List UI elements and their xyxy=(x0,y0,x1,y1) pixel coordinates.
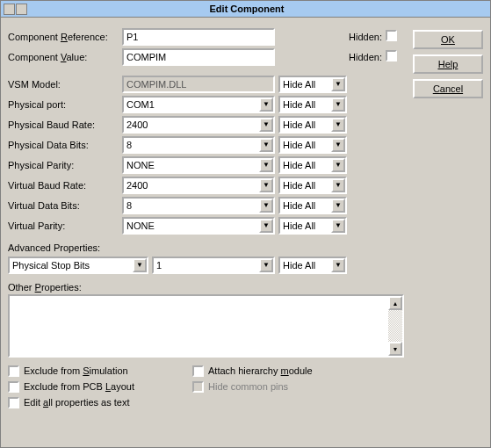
label-physical-baud: Physical Baud Rate: xyxy=(8,119,122,130)
label-exclude-pcb: Exclude from PCB Layout xyxy=(24,381,134,392)
chevron-down-icon: ▼ xyxy=(331,98,345,112)
chevron-down-icon: ▼ xyxy=(259,178,273,192)
virtual-parity-visibility-combo[interactable]: Hide All ▼ xyxy=(278,217,347,235)
component-value-input[interactable] xyxy=(122,48,275,66)
label-component-value: Component Value: xyxy=(8,52,122,62)
virtual-baud-visibility-combo[interactable]: Hide All ▼ xyxy=(278,177,347,194)
advanced-property-name-combo[interactable]: Physical Stop Bits ▼ xyxy=(8,257,148,274)
label-physical-parity: Physical Parity: xyxy=(8,160,122,170)
label-virtual-baud: Virtual Baud Rate: xyxy=(8,180,122,191)
label-physical-data-bits: Physical Data Bits: xyxy=(8,140,122,150)
chevron-down-icon: ▼ xyxy=(259,219,273,233)
exclude-pcb-checkbox[interactable] xyxy=(8,381,19,393)
chevron-down-icon: ▼ xyxy=(331,219,345,233)
label-component-reference: Component Reference: xyxy=(8,32,122,42)
component-reference-input[interactable] xyxy=(122,28,275,46)
label-advanced-properties: Advanced Properties: xyxy=(8,242,404,253)
virtual-parity-combo[interactable]: NONE ▼ xyxy=(122,217,275,235)
chevron-down-icon: ▼ xyxy=(133,258,147,272)
attach-hierarchy-checkbox[interactable] xyxy=(192,365,204,377)
chevron-down-icon: ▼ xyxy=(259,138,273,152)
scrollbar[interactable]: ▲ ▼ xyxy=(388,296,402,356)
label-exclude-simulation: Exclude from Simulation xyxy=(24,365,128,376)
label-vsm-model: VSM Model: xyxy=(8,79,122,90)
physical-parity-visibility-combo[interactable]: Hide All ▼ xyxy=(278,156,347,174)
virtual-data-bits-visibility-combo[interactable]: Hide All ▼ xyxy=(278,197,347,214)
titlebar: Edit Component xyxy=(1,1,490,18)
label-virtual-data-bits: Virtual Data Bits: xyxy=(8,200,122,211)
vsm-model-input xyxy=(122,76,275,93)
chevron-down-icon: ▼ xyxy=(259,258,273,272)
label-other-properties: Other Properties: xyxy=(8,282,404,293)
label-hidden-2: Hidden: xyxy=(347,52,386,62)
chevron-down-icon: ▼ xyxy=(331,138,345,152)
ok-button[interactable]: OK xyxy=(413,30,483,49)
chevron-down-icon: ▼ xyxy=(259,118,273,132)
physical-data-bits-combo[interactable]: 8 ▼ xyxy=(122,136,275,154)
chevron-down-icon: ▼ xyxy=(331,158,345,172)
other-properties-textarea[interactable]: ▲ ▼ xyxy=(8,294,404,358)
label-virtual-parity: Virtual Parity: xyxy=(8,220,122,231)
chevron-down-icon: ▼ xyxy=(331,178,345,192)
scroll-up-icon[interactable]: ▲ xyxy=(388,296,402,310)
hidden-checkbox-val[interactable] xyxy=(386,50,397,61)
physical-baud-combo[interactable]: 2400 ▼ xyxy=(122,116,275,134)
cancel-button[interactable]: Cancel xyxy=(413,79,483,98)
sys-restore-icon[interactable] xyxy=(16,4,27,15)
chevron-down-icon: ▼ xyxy=(331,258,345,272)
label-hide-common-pins: Hide common pins xyxy=(208,381,288,392)
physical-parity-combo[interactable]: NONE ▼ xyxy=(122,156,275,174)
physical-data-bits-visibility-combo[interactable]: Hide All ▼ xyxy=(278,136,347,154)
advanced-property-value-combo[interactable]: 1 ▼ xyxy=(152,257,275,274)
chevron-down-icon: ▼ xyxy=(331,199,345,213)
advanced-property-visibility-combo[interactable]: Hide All ▼ xyxy=(278,257,347,274)
chevron-down-icon: ▼ xyxy=(259,199,273,213)
virtual-baud-combo[interactable]: 2400 ▼ xyxy=(122,177,275,194)
hide-common-pins-checkbox xyxy=(192,381,204,393)
label-hidden-1: Hidden: xyxy=(347,32,386,42)
label-edit-all: Edit all properties as text xyxy=(24,397,129,408)
scroll-down-icon[interactable]: ▼ xyxy=(388,342,402,356)
physical-port-combo[interactable]: COM1 ▼ xyxy=(122,96,275,113)
label-attach-hierarchy: Attach hierarchy module xyxy=(208,365,313,376)
edit-all-checkbox[interactable] xyxy=(8,397,19,408)
chevron-down-icon: ▼ xyxy=(259,158,273,172)
physical-baud-visibility-combo[interactable]: Hide All ▼ xyxy=(278,116,347,134)
label-physical-port: Physical port: xyxy=(8,99,122,110)
sys-menu-icon[interactable] xyxy=(4,4,15,15)
physical-port-visibility-combo[interactable]: Hide All ▼ xyxy=(278,96,347,113)
hidden-checkbox-ref[interactable] xyxy=(386,30,397,41)
exclude-simulation-checkbox[interactable] xyxy=(8,365,19,377)
help-button[interactable]: Help xyxy=(413,54,483,74)
window-title: Edit Component xyxy=(30,4,490,14)
chevron-down-icon: ▼ xyxy=(331,118,345,132)
chevron-down-icon: ▼ xyxy=(331,77,345,91)
vsm-visibility-combo[interactable]: Hide All ▼ xyxy=(278,76,347,93)
virtual-data-bits-combo[interactable]: 8 ▼ xyxy=(122,197,275,214)
chevron-down-icon: ▼ xyxy=(259,98,273,112)
